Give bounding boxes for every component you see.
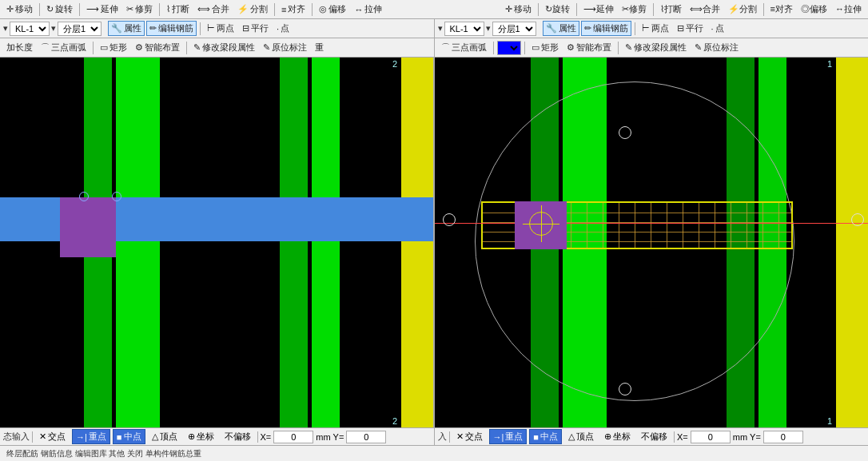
modify-btn-l3[interactable]: ✎ 修改梁段属性 <box>190 40 258 55</box>
modify-btn-r3[interactable]: ✎ 修改梁段属性 <box>622 40 690 55</box>
coord-icon-l: ⊕ <box>188 431 195 442</box>
arc-color-select-r[interactable] <box>497 41 521 55</box>
kl-select-l[interactable]: KL-1 <box>10 22 50 36</box>
noshift-btn-r[interactable]: 不偏移 <box>637 429 671 444</box>
stretch-btn-r[interactable]: ↔拉伸 <box>832 2 865 16</box>
left-panel[interactable]: 2 2 <box>0 58 435 427</box>
parallel-btn-l[interactable]: ⊟ 平行 <box>239 21 272 36</box>
edit-rebar-btn-r[interactable]: ✏ 编辑钢筋 <box>581 21 631 36</box>
grid-v-4 <box>571 203 571 248</box>
extend-icon: ⟶ <box>86 4 99 14</box>
x-input-r[interactable] <box>691 431 731 443</box>
align-icon: ≡ <box>281 5 286 14</box>
move-icon-r: ✛ <box>505 4 512 14</box>
stretch-btn[interactable]: ↔ 拉伸 <box>351 2 385 16</box>
corner-num-br-r: 1 <box>827 416 832 426</box>
vertex-btn-r[interactable]: △ 顶点 <box>564 429 598 444</box>
coord-btn-l[interactable]: ⊕ 坐标 <box>184 429 218 444</box>
y-input-l[interactable] <box>346 431 386 443</box>
offset-btn-r[interactable]: ◎偏移 <box>798 2 830 16</box>
right-panel[interactable]: 1 1 <box>435 58 868 427</box>
sep-r3-2 <box>524 42 525 54</box>
noshift-btn-l[interactable]: 不偏移 <box>221 429 255 444</box>
intersect-btn-r[interactable]: ✕ 交点 <box>452 429 487 444</box>
arc-btn-l3[interactable]: ⌒ 三点画弧 <box>38 40 90 55</box>
toolbar-right-half: ▾ KL-1 ▾ 分层1 🔧 属性 ✏ 编辑钢筋 ⊢ 两点 <box>435 19 869 38</box>
kl-select-r[interactable]: KL-1 <box>444 22 484 36</box>
length-btn-l[interactable]: 加长度 <box>3 40 36 55</box>
origin-icon-l3: ✎ <box>263 42 270 53</box>
rotate-btn[interactable]: ↻ 旋转 <box>43 2 76 16</box>
point-btn-r[interactable]: · 点 <box>708 21 727 36</box>
align-btn[interactable]: ≡ 对齐 <box>278 2 309 16</box>
extend-btn-r[interactable]: ⟶延伸 <box>580 2 617 16</box>
left-green-dark-bar-3 <box>280 58 308 427</box>
point-icon-l: · <box>277 24 279 34</box>
rit-btn-l[interactable]: 重 <box>312 40 327 55</box>
y-label-r: Y= <box>750 432 761 442</box>
center-btn-r[interactable]: ■ 中点 <box>529 429 562 444</box>
grid-v-11 <box>683 203 683 248</box>
grid-v-15 <box>747 203 747 248</box>
intersect-btn-l[interactable]: ✕ 交点 <box>35 429 70 444</box>
second-toolbar: ▾ KL-1 ▾ 分层1 🔧 属性 ✏ 编辑钢筋 ⊢ 两点 <box>0 19 868 38</box>
rect-btn-r3[interactable]: ▭ 矩形 <box>528 40 562 55</box>
trim-btn[interactable]: ✂ 修剪 <box>123 2 156 16</box>
layer-select-l[interactable]: 分层1 <box>58 22 102 36</box>
split-btn[interactable]: ⚡ 分割 <box>234 2 271 16</box>
snap-circle-r-right <box>851 213 864 226</box>
point-btn-l[interactable]: · 点 <box>273 21 293 36</box>
extend-btn[interactable]: ⟶ 延伸 <box>83 2 121 16</box>
midpoint-btn-l[interactable]: →| 重点 <box>72 429 110 444</box>
two-point-btn-r[interactable]: ⊢ 两点 <box>639 21 672 36</box>
rect-icon-r3: ▭ <box>532 42 540 53</box>
break-btn[interactable]: ⌇ 打断 <box>163 2 193 16</box>
vertex-btn-l[interactable]: △ 顶点 <box>148 429 181 444</box>
offset-btn[interactable]: ◎ 偏移 <box>316 2 349 16</box>
sep-sr2 <box>674 431 675 443</box>
origin-btn-l3[interactable]: ✎ 原位标注 <box>260 40 310 55</box>
edit-rebar-btn-l[interactable]: ✏ 编辑钢筋 <box>146 21 197 36</box>
y-input-r[interactable] <box>763 431 803 443</box>
arc-icon-l3: ⌒ <box>41 42 50 54</box>
move-btn[interactable]: ✛ 移动 <box>3 2 36 16</box>
trim-icon: ✂ <box>126 4 133 14</box>
sep1 <box>39 3 40 16</box>
merge-btn-r[interactable]: ⟺合并 <box>687 2 723 16</box>
arc-btn-r3[interactable]: ⌒ 三点画弧 <box>438 40 490 55</box>
layer-label-r: ▾ <box>486 23 491 34</box>
align-btn-r[interactable]: ≡对齐 <box>767 2 796 16</box>
x-unit-r: mm <box>733 432 747 442</box>
break-btn-r[interactable]: ⌇打断 <box>657 2 685 16</box>
origin-btn-r3[interactable]: ✎ 原位标注 <box>691 40 742 55</box>
break-icon: ⌇ <box>166 4 170 14</box>
two-point-btn-l[interactable]: ⊢ 两点 <box>204 21 237 36</box>
move-btn-r[interactable]: ✛ 移动 <box>502 2 535 16</box>
midpoint-btn-r[interactable]: →| 重点 <box>489 429 528 444</box>
layer-select-r[interactable]: 分层1 <box>492 22 536 36</box>
center-btn-l[interactable]: ■ 中点 <box>113 429 145 444</box>
sep8 <box>653 3 654 16</box>
trim-btn-r[interactable]: ✂修剪 <box>619 2 650 16</box>
rotate-btn-r[interactable]: ↻旋转 <box>542 2 573 16</box>
mode-label-l: 态输入 <box>3 431 30 443</box>
status-bar-container: 态输入 ✕ 交点 →| 重点 ■ 中点 △ 顶点 ⊕ 坐标 <box>0 427 868 445</box>
coord-btn-r[interactable]: ⊕ 坐标 <box>600 429 635 444</box>
properties-btn-r[interactable]: 🔧 属性 <box>543 21 579 36</box>
grid-v-6 <box>603 203 603 248</box>
rect-btn-l3[interactable]: ▭ 矩形 <box>97 40 130 55</box>
two-point-icon-l: ⊢ <box>207 23 215 34</box>
parallel-btn-r[interactable]: ⊟ 平行 <box>674 21 707 36</box>
properties-btn-l[interactable]: 🔧 属性 <box>108 21 145 36</box>
grid-v-10 <box>667 203 667 248</box>
smart-btn-l3[interactable]: ⚙ 智能布置 <box>132 40 183 55</box>
merge-btn[interactable]: ⟺ 合并 <box>194 2 233 16</box>
split-btn-r[interactable]: ⚡分割 <box>725 2 760 16</box>
x-input-l[interactable] <box>273 431 313 443</box>
content-area: 2 2 <box>0 58 868 427</box>
y-label-l: Y= <box>333 432 344 442</box>
grid-v-13 <box>715 203 715 248</box>
sep5 <box>312 3 313 16</box>
modify-icon-l3: ✎ <box>193 42 201 53</box>
smart-btn-r3[interactable]: ⚙ 智能布置 <box>563 40 615 55</box>
